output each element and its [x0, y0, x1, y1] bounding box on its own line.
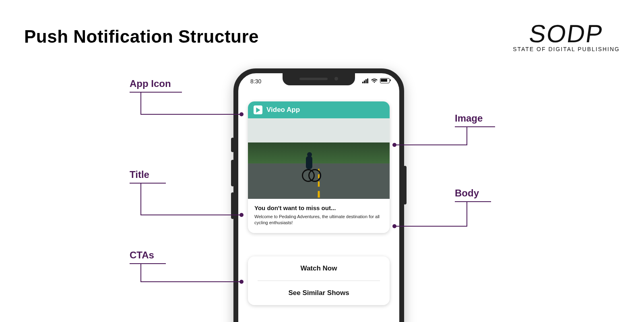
wifi-icon [371, 78, 378, 83]
callout-app-icon: App Icon [130, 78, 171, 89]
callout-ctas: CTAs [130, 250, 154, 261]
notification-card[interactable]: Video App You don't want to miss out... … [248, 101, 390, 233]
signal-icon [362, 78, 369, 83]
cta-card: Watch Now See Similar Shows [248, 256, 390, 305]
callout-underline [130, 183, 166, 184]
callout-image: Image [455, 113, 483, 124]
phone-side-button [403, 166, 407, 204]
notification-header: Video App [248, 101, 390, 118]
status-bar: 8:30 [238, 76, 399, 87]
callout-underline [455, 126, 495, 127]
cta-see-similar[interactable]: See Similar Shows [248, 281, 390, 305]
callout-underline [130, 92, 182, 93]
phone-side-button [231, 138, 234, 152]
phone-side-button [231, 160, 234, 186]
cyclist-graphic [302, 154, 318, 182]
cta-watch-now[interactable]: Watch Now [248, 256, 390, 281]
phone-mockup: 8:30 Video App You don't want to miss ou… [233, 68, 404, 322]
callout-body: Body [455, 188, 479, 199]
brand-big: SODP [511, 23, 621, 45]
notification-image [248, 118, 390, 199]
notification-title: You don't want to miss out... [254, 204, 383, 211]
notification-body: Welcome to Pedaling Adventures, the ulti… [254, 214, 383, 226]
status-time: 8:30 [250, 78, 261, 85]
app-play-icon [254, 105, 262, 114]
brand-logo: SODP STATE OF DIGITAL PUBLISHING [513, 23, 620, 52]
callout-title: Title [130, 169, 149, 180]
page-heading: Push Notification Structure [24, 27, 259, 47]
app-name: Video App [266, 106, 300, 114]
phone-side-button [231, 192, 234, 219]
battery-icon [380, 78, 390, 83]
callout-underline [455, 201, 491, 202]
callout-underline [130, 263, 166, 264]
